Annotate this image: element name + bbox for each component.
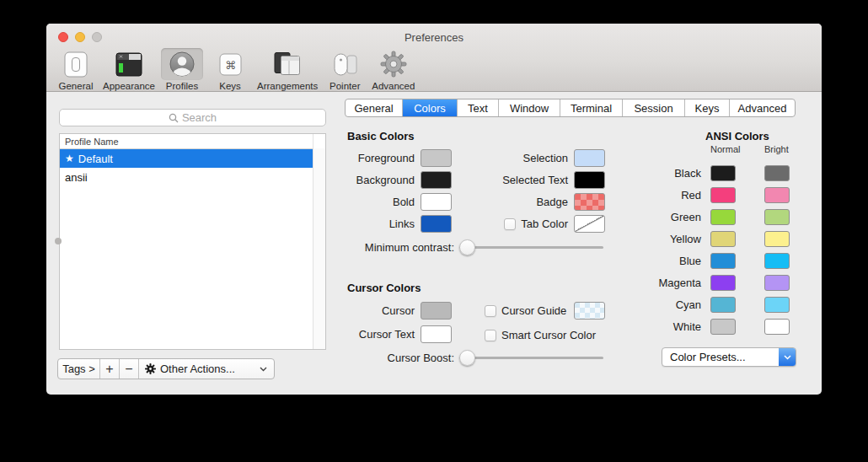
toolbar-item-profiles[interactable]: Profiles bbox=[161, 48, 203, 91]
add-profile-button[interactable]: + bbox=[100, 359, 120, 379]
cursor-colors-title: Cursor Colors bbox=[347, 282, 421, 294]
ansi-red-normal-well[interactable] bbox=[710, 187, 736, 203]
ansi-yellow-normal-well[interactable] bbox=[710, 231, 736, 247]
selection-label: Selection bbox=[523, 152, 568, 164]
smart-cursor-checkbox[interactable] bbox=[485, 330, 496, 341]
ansi-black-bright-well[interactable] bbox=[764, 165, 790, 181]
ansi-yellow-bright-well[interactable] bbox=[764, 231, 790, 247]
other-actions-button[interactable]: Other Actions... bbox=[139, 359, 274, 379]
split-handle-dot[interactable] bbox=[55, 238, 62, 244]
ansi-blue-bright-well[interactable] bbox=[764, 253, 790, 269]
background-row: Background bbox=[347, 171, 452, 189]
ansi-label: Green bbox=[628, 211, 701, 223]
preferences-toolbar: General Appearance bbox=[55, 48, 415, 91]
profile-list-header: Profile Name bbox=[60, 134, 325, 149]
toolbar-label: Profiles bbox=[166, 81, 198, 91]
tab-color-checkbox[interactable] bbox=[504, 218, 516, 230]
appearance-icon bbox=[108, 48, 150, 80]
ansi-label: Magenta bbox=[628, 277, 701, 289]
toolbar-item-advanced[interactable]: Advanced bbox=[372, 48, 415, 91]
cursor-text-color-well[interactable] bbox=[421, 325, 452, 343]
toolbar-item-general[interactable]: General bbox=[55, 48, 97, 91]
profile-list: Profile Name ★ Default ansii bbox=[59, 133, 326, 350]
slider-track bbox=[459, 246, 603, 249]
selected-text-color-well[interactable] bbox=[574, 171, 605, 189]
slider-knob[interactable] bbox=[459, 350, 475, 366]
min-contrast-row: Minimum contrast: bbox=[347, 239, 603, 256]
ansi-row-blue: Blue bbox=[628, 252, 790, 269]
ansi-white-bright-well[interactable] bbox=[764, 319, 790, 335]
remove-profile-button[interactable]: − bbox=[120, 359, 139, 379]
cursor-row: Cursor bbox=[347, 302, 452, 320]
list-scrollbar-track[interactable] bbox=[313, 148, 325, 349]
tab-color-well[interactable] bbox=[574, 215, 605, 233]
chevron-down-icon bbox=[784, 355, 791, 360]
bold-label: Bold bbox=[393, 196, 415, 208]
selection-color-well[interactable] bbox=[574, 149, 605, 167]
cursor-boost-label: Cursor Boost: bbox=[388, 352, 454, 364]
gear-icon bbox=[145, 363, 156, 374]
toolbar-item-appearance[interactable]: Appearance bbox=[103, 48, 155, 91]
other-actions-label: Other Actions... bbox=[160, 363, 235, 375]
tab-session[interactable]: Session bbox=[623, 99, 685, 116]
ansi-col-normal: Normal bbox=[710, 144, 740, 154]
tab-text[interactable]: Text bbox=[458, 99, 499, 116]
ansi-white-normal-well[interactable] bbox=[710, 319, 736, 335]
tab-terminal[interactable]: Terminal bbox=[560, 99, 623, 116]
profile-row-ansii[interactable]: ansii bbox=[60, 168, 313, 186]
color-presets-dropdown[interactable]: Color Presets... bbox=[662, 347, 796, 367]
ansi-label: Black bbox=[628, 167, 701, 180]
preferences-window: Preferences General Appearance bbox=[46, 24, 822, 395]
tags-button[interactable]: Tags > bbox=[58, 359, 100, 379]
selected-text-label: Selected Text bbox=[502, 174, 568, 186]
bold-color-well[interactable] bbox=[421, 193, 452, 211]
tab-advanced[interactable]: Advanced bbox=[730, 99, 795, 116]
search-placeholder: Search bbox=[182, 111, 217, 124]
cursor-guide-row: Cursor Guide bbox=[485, 302, 566, 320]
smart-cursor-row: Smart Cursor Color bbox=[485, 326, 596, 344]
window-title: Preferences bbox=[46, 31, 822, 44]
ansi-cyan-bright-well[interactable] bbox=[764, 297, 790, 313]
tab-general[interactable]: General bbox=[346, 99, 403, 116]
toolbar-item-keys[interactable]: ⌘ Keys bbox=[209, 48, 251, 91]
foreground-color-well[interactable] bbox=[421, 149, 452, 167]
tab-color-row: Tab Color bbox=[468, 215, 605, 233]
search-input[interactable]: Search bbox=[59, 109, 326, 126]
profiles-icon bbox=[161, 48, 203, 80]
tab-keys[interactable]: Keys bbox=[685, 99, 730, 116]
links-color-well[interactable] bbox=[421, 215, 452, 233]
ansi-label: Yellow bbox=[628, 233, 701, 245]
badge-label: Badge bbox=[536, 196, 568, 208]
badge-color-well[interactable] bbox=[574, 193, 605, 211]
ansi-magenta-bright-well[interactable] bbox=[764, 275, 790, 291]
ansi-cyan-normal-well[interactable] bbox=[710, 297, 736, 313]
min-contrast-slider[interactable] bbox=[459, 239, 603, 255]
ansi-blue-normal-well[interactable] bbox=[710, 253, 736, 269]
slider-knob[interactable] bbox=[459, 239, 475, 255]
links-row: Links bbox=[347, 215, 452, 233]
ansi-row-black: Black bbox=[628, 164, 790, 181]
ansi-row-red: Red bbox=[628, 186, 790, 203]
ansi-magenta-normal-well[interactable] bbox=[710, 275, 736, 291]
ansi-row-cyan: Cyan bbox=[628, 296, 790, 313]
toolbar-item-pointer[interactable]: Pointer bbox=[324, 48, 366, 91]
background-color-well[interactable] bbox=[421, 171, 452, 189]
cursor-guide-checkbox[interactable] bbox=[485, 305, 496, 317]
cursor-guide-color-well[interactable] bbox=[574, 302, 605, 320]
tab-window[interactable]: Window bbox=[499, 99, 560, 116]
toolbar-label: Appearance bbox=[103, 81, 155, 91]
toolbar-item-arrangements[interactable]: Arrangements bbox=[257, 48, 318, 91]
cursor-guide-label: Cursor Guide bbox=[501, 304, 566, 317]
general-icon bbox=[55, 48, 97, 80]
cursor-boost-slider[interactable] bbox=[459, 350, 603, 366]
ansi-green-bright-well[interactable] bbox=[764, 209, 790, 225]
bold-row: Bold bbox=[347, 193, 452, 211]
tab-colors[interactable]: Colors bbox=[403, 99, 458, 116]
profile-row-default[interactable]: ★ Default bbox=[60, 149, 313, 168]
dropdown-arrow-cap bbox=[779, 348, 796, 366]
ansi-red-bright-well[interactable] bbox=[764, 187, 790, 203]
ansi-green-normal-well[interactable] bbox=[710, 209, 736, 225]
cursor-color-well[interactable] bbox=[421, 302, 452, 320]
ansi-black-normal-well[interactable] bbox=[710, 165, 736, 181]
svg-text:⌘: ⌘ bbox=[225, 59, 236, 72]
